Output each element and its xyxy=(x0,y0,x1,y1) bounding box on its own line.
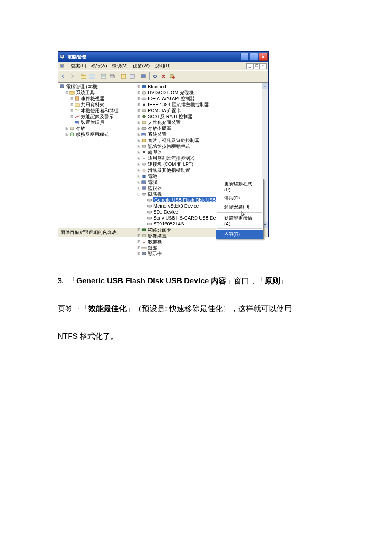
window-title: 電腦管理 xyxy=(67,54,239,60)
svg-rect-16 xyxy=(121,74,126,78)
toolbar xyxy=(58,70,268,82)
nav-back-button[interactable] xyxy=(60,72,67,80)
expand-icon[interactable]: ⊞ xyxy=(64,126,69,130)
ide-icon xyxy=(141,96,147,101)
usb-icon xyxy=(141,156,147,161)
ctx-properties[interactable]: 內容(R) xyxy=(216,230,263,239)
svg-rect-52 xyxy=(142,181,145,183)
computer-icon xyxy=(60,54,66,60)
memdrv-icon xyxy=(141,144,147,149)
delete-icon[interactable] xyxy=(160,72,167,80)
svg-point-23 xyxy=(172,76,175,79)
ctx-scan[interactable]: 硬體變更掃描(A) xyxy=(216,214,263,228)
keyboard-icon xyxy=(141,246,147,250)
svg-point-35 xyxy=(72,134,73,135)
expand-icon[interactable]: ⊞ xyxy=(69,96,74,101)
menu-view[interactable]: 檢視(V) xyxy=(112,63,128,69)
device-manager-icon xyxy=(74,120,80,125)
display-icon xyxy=(141,251,147,256)
document-step-3: 3. 「Generic USB Flash Disk USB Device 内容… xyxy=(58,271,334,346)
collapse-icon[interactable]: ⊟ xyxy=(64,90,69,95)
svg-rect-7 xyxy=(89,74,92,76)
left-tree-pane[interactable]: 電腦管理 (本機) ⊟系統工具 ⊞事件檢視器 ⊞共用資料夾 ⊞本機使用者和群組 … xyxy=(58,83,130,228)
mouse-icon xyxy=(141,168,147,173)
computer-tb-icon[interactable] xyxy=(140,72,147,80)
menu-window[interactable]: 視窗(W) xyxy=(133,63,150,69)
minimize-button[interactable]: _ xyxy=(240,53,249,61)
maximize-button[interactable]: □ xyxy=(250,53,258,61)
storage-icon xyxy=(69,126,75,131)
svg-point-58 xyxy=(147,211,152,213)
svg-rect-47 xyxy=(142,145,146,147)
print-icon[interactable] xyxy=(108,72,116,80)
svg-rect-48 xyxy=(143,151,145,153)
menu-help[interactable]: 說明(H) xyxy=(155,63,170,69)
menu-file[interactable]: 檔案(F) xyxy=(71,63,86,69)
perf-icon xyxy=(74,114,80,119)
svg-rect-17 xyxy=(130,74,134,78)
ctx-uninstall[interactable]: 解除安裝(U) xyxy=(216,202,263,211)
close-button[interactable]: × xyxy=(259,53,268,61)
svg-point-29 xyxy=(75,109,77,110)
svg-point-39 xyxy=(142,98,146,100)
disk-icon xyxy=(147,222,153,226)
svg-point-56 xyxy=(147,199,152,201)
titlebar[interactable]: 電腦管理 _ □ × xyxy=(58,52,268,62)
computer-icon xyxy=(141,180,147,185)
menubar: 檔案(F) 執行(A) 檢視(V) 視窗(W) 說明(H) _ ❐ × xyxy=(58,62,268,70)
svg-point-40 xyxy=(143,103,145,106)
svg-rect-26 xyxy=(70,91,74,94)
svg-point-57 xyxy=(147,205,152,207)
disk-icon xyxy=(147,210,153,214)
scsi-icon xyxy=(141,114,147,119)
svg-rect-63 xyxy=(142,247,146,249)
up-button[interactable] xyxy=(80,72,87,80)
svg-rect-11 xyxy=(101,74,106,78)
ctx-disable[interactable]: 停用(D) xyxy=(216,194,263,202)
expand-icon[interactable]: ⊞ xyxy=(69,102,74,107)
svg-rect-15 xyxy=(111,74,113,76)
mdi-icon xyxy=(60,64,66,69)
nav-forward-button[interactable] xyxy=(68,72,76,80)
svg-rect-54 xyxy=(143,187,145,189)
mdi-restore-button[interactable]: ❐ xyxy=(253,63,260,69)
right-tree-pane[interactable]: ⊞Bluetooth ⊞DVD/CD-ROM 光碟機 ⊞IDE ATA/ATAP… xyxy=(130,83,268,228)
collapse-icon[interactable]: ⊟ xyxy=(136,192,141,196)
mdi-minimize-button[interactable]: _ xyxy=(246,63,253,69)
event-icon xyxy=(74,96,80,101)
hid-icon xyxy=(141,120,147,125)
expand-icon[interactable]: ⊞ xyxy=(69,114,74,119)
grid-icon[interactable] xyxy=(88,72,96,80)
bluetooth-icon xyxy=(141,84,147,89)
scroll-up-button[interactable]: ▴ xyxy=(262,83,268,89)
properties-button[interactable] xyxy=(100,72,107,80)
config-icon[interactable] xyxy=(168,72,176,80)
svg-point-30 xyxy=(77,109,79,111)
svg-rect-2 xyxy=(62,58,63,59)
list-icon[interactable] xyxy=(128,72,136,80)
svg-rect-62 xyxy=(142,235,146,237)
svg-point-38 xyxy=(144,92,144,93)
tools-icon xyxy=(69,90,75,95)
cpu-icon xyxy=(141,150,147,155)
mdi-close-button[interactable]: × xyxy=(260,63,267,69)
content-area: 電腦管理 (本機) ⊟系統工具 ⊞事件檢視器 ⊞共用資料夾 ⊞本機使用者和群組 … xyxy=(58,82,268,228)
svg-rect-4 xyxy=(61,65,63,67)
svg-rect-6 xyxy=(81,75,83,76)
volume-icon xyxy=(141,126,147,131)
dvd-icon xyxy=(141,90,147,95)
menu-action[interactable]: 執行(A) xyxy=(91,63,107,69)
refresh-icon[interactable] xyxy=(120,72,127,80)
svg-rect-1 xyxy=(61,55,63,57)
monitor-icon xyxy=(141,186,147,191)
scan-icon[interactable] xyxy=(151,72,159,80)
expand-icon[interactable]: ⊞ xyxy=(69,108,74,113)
expand-icon[interactable]: ⊞ xyxy=(64,132,69,136)
svg-rect-9 xyxy=(89,77,92,79)
svg-point-59 xyxy=(147,217,152,219)
tree-root: 電腦管理 (本機) xyxy=(59,84,129,90)
services-icon xyxy=(69,132,75,137)
svg-rect-28 xyxy=(75,104,79,107)
ctx-update-driver[interactable]: 更新驅動程式(P)... xyxy=(216,179,263,194)
modem-icon xyxy=(141,240,147,244)
